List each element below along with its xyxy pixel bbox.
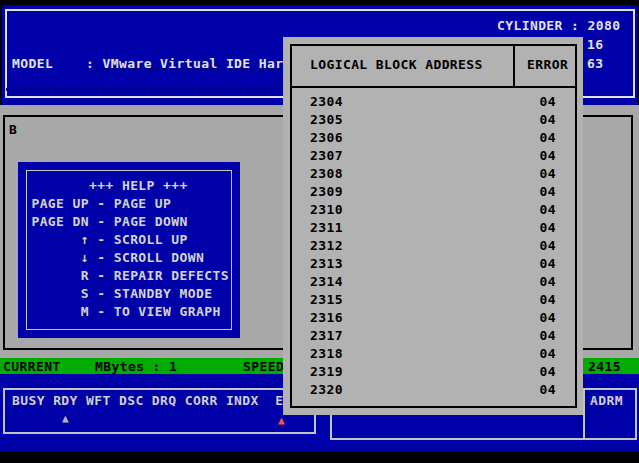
defect-row: 231104 [310, 219, 556, 237]
err-marker-icon: ▲ [278, 416, 285, 426]
defect-row: 231804 [310, 345, 556, 363]
defect-error-code: 04 [540, 165, 556, 183]
defect-error-code: 04 [540, 237, 556, 255]
help-description: SCROLL DOWN [114, 250, 205, 265]
heads-partial: 16 [587, 37, 603, 52]
rdy-marker-icon: ▲ [62, 414, 69, 424]
defect-error-code: 04 [540, 147, 556, 165]
defect-row: 231304 [310, 255, 556, 273]
help-key: R [31, 267, 89, 285]
defect-row: 230804 [310, 165, 556, 183]
defect-error-code: 04 [540, 183, 556, 201]
defect-error-code: 04 [540, 201, 556, 219]
help-description: STANDBY MODE [114, 286, 213, 301]
help-title: +++ HELP +++ [31, 177, 230, 195]
defect-row: 230604 [310, 129, 556, 147]
dotted-texture [97, 68, 312, 71]
defect-row: 231604 [310, 309, 556, 327]
help-line: M - TO VIEW GRAPH [31, 303, 230, 321]
help-separator: - [89, 250, 114, 265]
sectors-partial: 63 [587, 56, 603, 71]
help-lines: PAGE UP - PAGE UP PAGE DN - PAGE DOWN ↑ … [31, 195, 230, 321]
help-key: PAGE UP [31, 195, 89, 213]
help-description: PAGE DOWN [114, 214, 188, 229]
help-line: PAGE DN - PAGE DOWN [31, 213, 230, 231]
defect-row: 231504 [310, 291, 556, 309]
defect-error-code: 04 [540, 111, 556, 129]
mhdd-screen: MODEL : VMware Virtual IDE Hard Drive FI… [0, 0, 639, 463]
help-separator: - [89, 214, 114, 229]
defect-row: 230504 [310, 111, 556, 129]
help-content: +++ HELP +++ PAGE UP - PAGE UP PAGE DN -… [31, 177, 230, 321]
help-description: TO VIEW GRAPH [114, 304, 221, 319]
defect-row: 231404 [310, 273, 556, 291]
status-register-box: BUSY RDY WFT DSC DRQ CORR INDX E ▲ ▲ [3, 388, 316, 434]
defect-lba: 2318 [310, 345, 343, 363]
dotted-texture [6, 88, 306, 91]
defect-error-code: 04 [540, 291, 556, 309]
defect-lba: 2317 [310, 327, 343, 345]
lba-column-header: LOGICAL BLOCK ADDRESS [310, 57, 483, 72]
defect-list-window[interactable]: LOGICAL BLOCK ADDRESS ERROR 230404 23050… [283, 37, 583, 415]
defect-rows: 230404 230504 230604 230704 230804 23090… [310, 93, 556, 399]
defect-lba: 2311 [310, 219, 343, 237]
defect-lba: 2316 [310, 309, 343, 327]
help-description: REPAIR DEFECTS [114, 268, 229, 283]
defect-error-code: 04 [540, 129, 556, 147]
defect-error-code: 04 [540, 345, 556, 363]
defect-lba: 2320 [310, 381, 343, 399]
defect-lba: 2315 [310, 291, 343, 309]
status-flags: BUSY RDY WFT DSC DRQ CORR INDX E [12, 393, 283, 408]
defect-error-code: 04 [540, 327, 556, 345]
defect-error-code: 04 [540, 363, 556, 381]
help-key: ↑ [31, 231, 89, 249]
defect-row: 231704 [310, 327, 556, 345]
defect-lba: 2306 [310, 129, 343, 147]
defect-lba: 2310 [310, 201, 343, 219]
help-key: PAGE DN [31, 213, 89, 231]
defect-error-code: 04 [540, 381, 556, 399]
help-description: SCROLL UP [114, 232, 188, 247]
help-separator: - [89, 304, 114, 319]
help-key: S [31, 285, 89, 303]
help-window: +++ HELP +++ PAGE UP - PAGE UP PAGE DN -… [18, 162, 240, 338]
defect-lba: 2313 [310, 255, 343, 273]
adrm-flag: ADRM [590, 393, 623, 408]
help-separator: - [89, 268, 114, 283]
stray-text: B [9, 122, 17, 137]
defect-row: 231904 [310, 363, 556, 381]
header-underline [292, 86, 575, 88]
current-label: CURRENT [3, 359, 61, 374]
defect-row: 230704 [310, 147, 556, 165]
help-separator: - [89, 196, 114, 211]
help-line: ↑ - SCROLL UP [31, 231, 230, 249]
defect-lba: 2312 [310, 237, 343, 255]
defect-error-code: 04 [540, 219, 556, 237]
defect-lba: 2308 [310, 165, 343, 183]
error-column-header: ERROR [527, 57, 568, 72]
header-column-divider [513, 46, 515, 88]
speed-value: 2415 [588, 359, 621, 374]
defect-error-code: 04 [540, 255, 556, 273]
help-key: ↓ [31, 249, 89, 267]
defect-lba: 2305 [310, 111, 343, 129]
help-line: S - STANDBY MODE [31, 285, 230, 303]
defect-lba: 2307 [310, 147, 343, 165]
help-separator: - [89, 286, 114, 301]
defect-row: 231204 [310, 237, 556, 255]
register-divider [583, 390, 585, 438]
defect-lba: 2309 [310, 183, 343, 201]
defect-error-code: 04 [540, 93, 556, 111]
defect-row: 231004 [310, 201, 556, 219]
defect-lba: 2319 [310, 363, 343, 381]
defect-error-code: 04 [540, 309, 556, 327]
cylinder-line: CYLINDER : 2080 [497, 18, 620, 33]
speed-label: SPEED [243, 359, 284, 374]
help-line: PAGE UP - PAGE UP [31, 195, 230, 213]
help-key: M [31, 303, 89, 321]
defect-row: 230404 [310, 93, 556, 111]
help-line: R - REPAIR DEFECTS [31, 267, 230, 285]
defect-row: 230904 [310, 183, 556, 201]
defect-error-code: 04 [540, 273, 556, 291]
help-description: PAGE UP [114, 196, 172, 211]
